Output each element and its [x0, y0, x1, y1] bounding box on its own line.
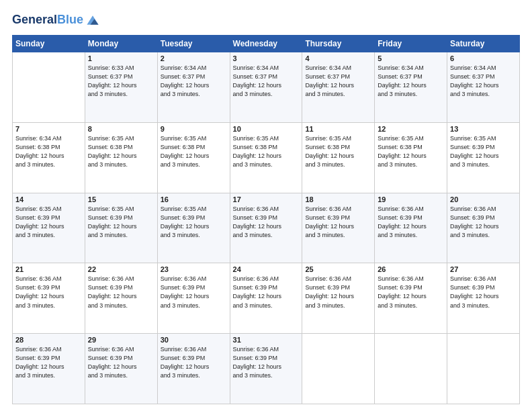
calendar-header-row: SundayMondayTuesdayWednesdayThursdayFrid… [13, 36, 520, 52]
logo-text: GeneralBlue [12, 13, 83, 27]
calendar-cell [302, 334, 375, 404]
day-number: 14 [15, 195, 82, 203]
calendar-cell: 23Sunrise: 6:36 AMSunset: 6:39 PMDayligh… [157, 263, 230, 334]
day-info: Sunrise: 6:33 AMSunset: 6:37 PMDaylight:… [88, 64, 154, 99]
calendar-cell: 5Sunrise: 6:34 AMSunset: 6:37 PMDaylight… [375, 52, 447, 123]
calendar-cell: 10Sunrise: 6:35 AMSunset: 6:38 PMDayligh… [230, 122, 302, 193]
day-info: Sunrise: 6:35 AMSunset: 6:39 PMDaylight:… [15, 205, 82, 240]
week-row-5: 28Sunrise: 6:36 AMSunset: 6:39 PMDayligh… [13, 334, 520, 404]
day-info: Sunrise: 6:34 AMSunset: 6:37 PMDaylight:… [305, 64, 371, 99]
day-number: 23 [161, 265, 227, 273]
day-header-sunday: Sunday [13, 36, 85, 52]
header: GeneralBlue [12, 12, 520, 28]
calendar-cell: 25Sunrise: 6:36 AMSunset: 6:39 PMDayligh… [302, 263, 375, 334]
week-row-4: 21Sunrise: 6:36 AMSunset: 6:39 PMDayligh… [13, 263, 520, 334]
day-header-friday: Friday [375, 36, 447, 52]
calendar-cell: 26Sunrise: 6:36 AMSunset: 6:39 PMDayligh… [375, 263, 447, 334]
calendar-cell [375, 334, 447, 404]
day-number: 28 [15, 336, 82, 344]
day-number: 19 [378, 195, 444, 203]
calendar-page: GeneralBlue SundayMondayTuesdayWednesday… [0, 0, 532, 411]
calendar-cell: 3Sunrise: 6:34 AMSunset: 6:37 PMDaylight… [230, 52, 302, 123]
day-number: 29 [88, 336, 154, 344]
calendar-cell [13, 52, 85, 123]
calendar-cell: 19Sunrise: 6:36 AMSunset: 6:39 PMDayligh… [375, 193, 447, 263]
week-row-1: 1Sunrise: 6:33 AMSunset: 6:37 PMDaylight… [13, 52, 520, 123]
logo-icon [85, 12, 101, 28]
calendar-cell: 22Sunrise: 6:36 AMSunset: 6:39 PMDayligh… [85, 263, 157, 334]
day-number: 8 [88, 125, 154, 133]
calendar-cell: 9Sunrise: 6:35 AMSunset: 6:38 PMDaylight… [157, 122, 230, 193]
calendar-cell: 15Sunrise: 6:35 AMSunset: 6:39 PMDayligh… [85, 193, 157, 263]
calendar-cell: 6Sunrise: 6:34 AMSunset: 6:37 PMDaylight… [447, 52, 520, 123]
calendar-cell: 7Sunrise: 6:34 AMSunset: 6:38 PMDaylight… [13, 122, 85, 193]
day-number: 21 [15, 265, 82, 273]
day-info: Sunrise: 6:34 AMSunset: 6:37 PMDaylight:… [161, 64, 227, 99]
day-info: Sunrise: 6:36 AMSunset: 6:39 PMDaylight:… [233, 275, 300, 310]
day-number: 1 [88, 54, 154, 62]
day-number: 27 [450, 265, 517, 273]
week-row-3: 14Sunrise: 6:35 AMSunset: 6:39 PMDayligh… [13, 193, 520, 263]
day-info: Sunrise: 6:35 AMSunset: 6:38 PMDaylight:… [88, 134, 154, 169]
day-number: 31 [233, 336, 300, 344]
calendar-cell: 13Sunrise: 6:35 AMSunset: 6:39 PMDayligh… [447, 122, 520, 193]
day-number: 22 [88, 265, 154, 273]
day-info: Sunrise: 6:36 AMSunset: 6:39 PMDaylight:… [450, 275, 517, 310]
day-info: Sunrise: 6:36 AMSunset: 6:39 PMDaylight:… [450, 205, 517, 240]
day-number: 17 [233, 195, 300, 203]
day-number: 16 [161, 195, 227, 203]
day-number: 5 [378, 54, 444, 62]
calendar-cell: 31Sunrise: 6:36 AMSunset: 6:39 PMDayligh… [230, 334, 302, 404]
day-header-thursday: Thursday [302, 36, 375, 52]
day-info: Sunrise: 6:34 AMSunset: 6:37 PMDaylight:… [450, 64, 517, 99]
day-number: 11 [305, 125, 371, 133]
calendar-cell: 8Sunrise: 6:35 AMSunset: 6:38 PMDaylight… [85, 122, 157, 193]
week-row-2: 7Sunrise: 6:34 AMSunset: 6:38 PMDaylight… [13, 122, 520, 193]
day-number: 9 [161, 125, 227, 133]
day-number: 10 [233, 125, 300, 133]
day-number: 18 [305, 195, 371, 203]
calendar-cell: 28Sunrise: 6:36 AMSunset: 6:39 PMDayligh… [13, 334, 85, 404]
day-number: 12 [378, 125, 444, 133]
day-header-monday: Monday [85, 36, 157, 52]
calendar-table: SundayMondayTuesdayWednesdayThursdayFrid… [12, 35, 520, 404]
day-info: Sunrise: 6:36 AMSunset: 6:39 PMDaylight:… [305, 275, 371, 310]
day-number: 7 [15, 125, 82, 133]
day-info: Sunrise: 6:35 AMSunset: 6:38 PMDaylight:… [378, 134, 444, 169]
day-info: Sunrise: 6:34 AMSunset: 6:37 PMDaylight:… [233, 64, 300, 99]
day-info: Sunrise: 6:35 AMSunset: 6:38 PMDaylight:… [161, 134, 227, 169]
day-info: Sunrise: 6:34 AMSunset: 6:37 PMDaylight:… [378, 64, 444, 99]
day-number: 15 [88, 195, 154, 203]
calendar-cell: 4Sunrise: 6:34 AMSunset: 6:37 PMDaylight… [302, 52, 375, 123]
calendar-cell: 1Sunrise: 6:33 AMSunset: 6:37 PMDaylight… [85, 52, 157, 123]
calendar-cell: 24Sunrise: 6:36 AMSunset: 6:39 PMDayligh… [230, 263, 302, 334]
calendar-cell: 27Sunrise: 6:36 AMSunset: 6:39 PMDayligh… [447, 263, 520, 334]
day-header-wednesday: Wednesday [230, 36, 302, 52]
logo: GeneralBlue [12, 12, 101, 28]
day-number: 4 [305, 54, 371, 62]
calendar-cell: 11Sunrise: 6:35 AMSunset: 6:38 PMDayligh… [302, 122, 375, 193]
calendar-cell: 30Sunrise: 6:36 AMSunset: 6:39 PMDayligh… [157, 334, 230, 404]
day-info: Sunrise: 6:36 AMSunset: 6:39 PMDaylight:… [88, 345, 154, 380]
day-number: 2 [161, 54, 227, 62]
calendar-cell [447, 334, 520, 404]
day-info: Sunrise: 6:36 AMSunset: 6:39 PMDaylight:… [15, 345, 82, 380]
day-info: Sunrise: 6:36 AMSunset: 6:39 PMDaylight:… [233, 205, 300, 240]
day-info: Sunrise: 6:36 AMSunset: 6:39 PMDaylight:… [378, 205, 444, 240]
day-info: Sunrise: 6:36 AMSunset: 6:39 PMDaylight:… [88, 275, 154, 310]
day-info: Sunrise: 6:35 AMSunset: 6:38 PMDaylight:… [233, 134, 300, 169]
day-info: Sunrise: 6:36 AMSunset: 6:39 PMDaylight:… [378, 275, 444, 310]
calendar-cell: 14Sunrise: 6:35 AMSunset: 6:39 PMDayligh… [13, 193, 85, 263]
calendar-cell: 16Sunrise: 6:35 AMSunset: 6:39 PMDayligh… [157, 193, 230, 263]
day-number: 25 [305, 265, 371, 273]
calendar-cell: 18Sunrise: 6:36 AMSunset: 6:39 PMDayligh… [302, 193, 375, 263]
day-number: 20 [450, 195, 517, 203]
day-info: Sunrise: 6:36 AMSunset: 6:39 PMDaylight:… [305, 205, 371, 240]
day-number: 3 [233, 54, 300, 62]
day-info: Sunrise: 6:34 AMSunset: 6:38 PMDaylight:… [15, 134, 82, 169]
day-number: 30 [161, 336, 227, 344]
calendar-cell: 12Sunrise: 6:35 AMSunset: 6:38 PMDayligh… [375, 122, 447, 193]
day-header-saturday: Saturday [447, 36, 520, 52]
day-info: Sunrise: 6:35 AMSunset: 6:39 PMDaylight:… [161, 205, 227, 240]
calendar-cell: 29Sunrise: 6:36 AMSunset: 6:39 PMDayligh… [85, 334, 157, 404]
